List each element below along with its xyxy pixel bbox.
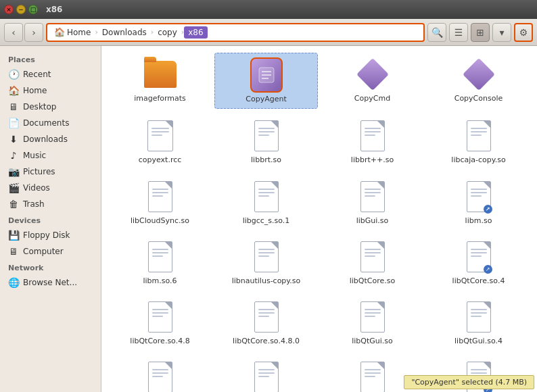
sidebar-item-trash[interactable]: 🗑 Trash <box>0 196 101 212</box>
file-item-copyconsole[interactable]: CopyConsole <box>427 53 530 109</box>
file-name-libqtcore4: libQtCore.so.4 <box>452 276 505 286</box>
copycmd-icon <box>356 58 389 91</box>
file-name-libqtgui4: libQtGui.so.4 <box>454 337 503 346</box>
libcaja-icon-wrap <box>463 118 495 153</box>
window-controls[interactable]: × − □ <box>4 5 38 14</box>
file-item-libqtgui48[interactable]: libQtGui.so.4.8 <box>108 356 212 392</box>
file-name-libcaja: libcaja-copy.so <box>451 155 505 165</box>
file-item-libqtcore480[interactable]: libQtCore.so.4.8.0 <box>214 295 318 350</box>
pictures-icon: 📷 <box>8 166 19 177</box>
recent-icon: 🕐 <box>8 69 19 80</box>
breadcrumb-copy[interactable]: copy <box>154 26 181 39</box>
file-item-libqtcore48[interactable]: libQtCore.so.4.8 <box>108 295 212 350</box>
home-sidebar-icon: 🏠 <box>8 85 19 96</box>
sidebar-item-videos[interactable]: 🎬 Videos <box>0 180 101 196</box>
sidebar-item-computer[interactable]: 🖥 Computer <box>0 243 101 260</box>
sidebar-item-pictures[interactable]: 📷 Pictures <box>0 164 101 180</box>
search-button[interactable]: 🔍 <box>427 23 446 42</box>
computer-icon: 🖥 <box>8 246 19 257</box>
file-grid: imageformats CopyAgent <box>108 53 530 392</box>
file-item-libqtcore4[interactable]: ↗ libQtCore.so.4 <box>427 235 530 290</box>
sidebar-item-music[interactable]: ♪ Music <box>0 147 101 164</box>
sidebar-item-desktop[interactable]: 🖥 Desktop <box>0 99 101 115</box>
file-item-libcloudsync[interactable]: libCloudSync.so <box>108 175 212 230</box>
file-name-libqtcore480: libQtCore.so.4.8.0 <box>233 337 300 346</box>
close-button[interactable]: × <box>4 5 14 14</box>
copyconsole-icon <box>463 58 495 91</box>
file-item-libbrtpp[interactable]: libbrt++.so <box>321 114 424 169</box>
statusbar: "CopyAgent" selected (4.7 MB) <box>404 375 534 389</box>
breadcrumb-home-label: Home <box>67 28 91 37</box>
minimize-button[interactable]: − <box>16 5 26 14</box>
copyagent-svg <box>256 65 277 85</box>
downloads-icon: ⬇ <box>8 134 19 145</box>
copyagent-icon <box>250 57 283 93</box>
sidebar-item-pictures-label: Pictures <box>23 167 55 176</box>
sidebar-item-documents-label: Documents <box>23 118 69 128</box>
forward-button[interactable]: › <box>24 23 43 42</box>
music-icon: ♪ <box>8 150 19 161</box>
sidebar-item-network-label: Browse Net... <box>23 278 77 287</box>
file-item-libm[interactable]: ↗ libm.so <box>427 175 530 230</box>
floppy-icon: 💾 <box>8 230 19 241</box>
file-name-libm: libm.so <box>465 216 492 226</box>
file-item-libbrt[interactable]: libbrt.so <box>214 114 318 169</box>
grid-view-button[interactable]: ⊞ <box>471 23 490 42</box>
breadcrumb-home[interactable]: 🏠 Home <box>50 26 95 39</box>
file-item-libgcc[interactable]: libgcc_s.so.1 <box>214 175 318 230</box>
sidebar-item-downloads-label: Downloads <box>23 134 68 144</box>
file-item-copycmd[interactable]: CopyCmd <box>321 53 424 109</box>
sidebar-item-trash-label: Trash <box>23 199 45 209</box>
file-area[interactable]: imageformats CopyAgent <box>101 46 537 392</box>
libbrtpp-icon-wrap <box>356 118 389 153</box>
sidebar-item-network[interactable]: 🌐 Browse Net... <box>0 274 101 291</box>
sidebar-places-heading: Places <box>0 51 101 66</box>
file-item-copyagent[interactable]: CopyAgent <box>214 53 318 109</box>
file-name-libnautilus: libnautilus-copy.so <box>232 276 301 286</box>
maximize-button[interactable]: □ <box>28 5 38 14</box>
so-doc-icon <box>254 120 279 151</box>
file-item-libqtgui[interactable]: libQtGui.so <box>321 295 424 350</box>
folder-icon <box>144 61 177 88</box>
file-item-imageformats[interactable]: imageformats <box>108 53 212 109</box>
sidebar-item-downloads[interactable]: ⬇ Downloads <box>0 131 101 147</box>
back-button[interactable]: ‹ <box>4 23 23 42</box>
sidebar-item-music-label: Music <box>23 151 46 160</box>
sidebar-item-recent[interactable]: 🕐 Recent <box>0 66 101 82</box>
settings-button[interactable]: ⚙ <box>514 23 533 42</box>
file-item-libcaja[interactable]: libcaja-copy.so <box>427 114 530 169</box>
home-icon: 🏠 <box>54 27 65 37</box>
file-name-libm6: libm.so.6 <box>143 276 177 286</box>
sidebar-item-floppy-label: Floppy Disk <box>23 230 70 240</box>
file-item-copyext-rcc[interactable]: copyext.rcc <box>108 114 212 169</box>
file-name-libcloudsync: libCloudSync.so <box>131 216 189 226</box>
file-item-libqtgui480[interactable]: libQtGui.so.4.8.0 <box>214 356 318 392</box>
sidebar-item-home-label: Home <box>23 86 47 95</box>
file-name-copyext-rcc: copyext.rcc <box>139 155 182 165</box>
file-item-libnautilus[interactable]: libnautilus-copy.so <box>214 235 318 290</box>
list-view-button[interactable]: ☰ <box>449 23 468 42</box>
file-item-libm6[interactable]: libm.so.6 <box>108 235 212 290</box>
sidebar-item-videos-label: Videos <box>23 183 50 193</box>
file-item-libqtcore[interactable]: libQtCore.so <box>321 235 424 290</box>
desktop-icon: 🖥 <box>8 101 19 112</box>
view-dropdown-button[interactable]: ▾ <box>492 23 511 42</box>
sidebar-item-documents[interactable]: 📄 Documents <box>0 115 101 131</box>
file-name-libqtcore48: libQtCore.so.4.8 <box>130 337 189 346</box>
documents-icon: 📄 <box>8 118 19 128</box>
file-name-copyconsole: CopyConsole <box>454 94 503 103</box>
file-name-libgui: libGui.so <box>356 216 389 226</box>
breadcrumb-downloads[interactable]: Downloads <box>98 26 151 39</box>
so-doc-icon3 <box>467 120 491 151</box>
copycmd-icon-wrap <box>356 57 389 92</box>
rcc-icon-wrap <box>144 118 177 153</box>
file-item-libqtgui4[interactable]: libQtGui.so.4 <box>427 295 530 350</box>
sidebar-item-floppy[interactable]: 💾 Floppy Disk <box>0 227 101 243</box>
sidebar-item-home[interactable]: 🏠 Home <box>0 82 101 99</box>
toolbar-right: 🔍 ☰ ⊞ ▾ ⚙ <box>427 23 533 42</box>
copyagent-icon-wrap <box>250 57 283 93</box>
libcloudsync-icon-wrap <box>144 179 177 214</box>
breadcrumb-x86[interactable]: x86 <box>184 26 207 39</box>
file-item-libgui[interactable]: libGui.so <box>321 175 424 230</box>
sidebar-item-computer-label: Computer <box>23 247 64 256</box>
